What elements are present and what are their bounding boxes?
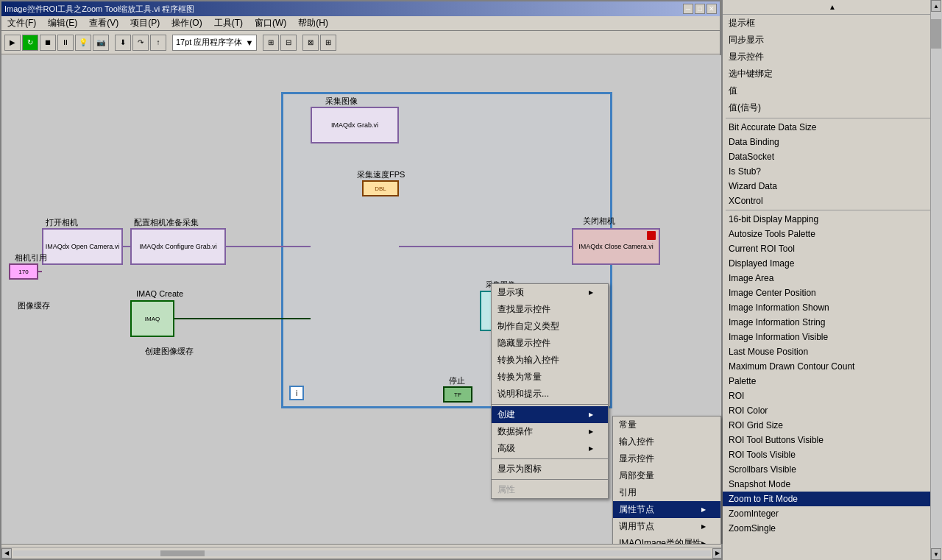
menu-operate[interactable]: 操作(O) xyxy=(169,16,205,30)
sub-create-const[interactable]: 常量 xyxy=(613,417,720,433)
panel-item-roi-tools[interactable]: ROI Tools Visible xyxy=(723,447,942,462)
menu-project[interactable]: 项目(P) xyxy=(127,16,163,30)
menu-file[interactable]: 文件(F) xyxy=(4,16,39,30)
panel-item-data-binding[interactable]: Data Binding ▶ xyxy=(723,135,942,149)
label-fps: 采集速度FPS xyxy=(357,169,405,180)
toolbar-btn-align[interactable]: ⊞ xyxy=(263,35,279,51)
menu-tools[interactable]: 工具(T) xyxy=(211,16,246,30)
scroll-track[interactable] xyxy=(13,550,711,556)
panel-item-wizard-data[interactable]: Wizard Data xyxy=(723,179,942,194)
panel-item-16bit[interactable]: 16-bit Display Mapping xyxy=(723,212,942,227)
panel-item-displayed-image[interactable]: Displayed Image ▶ xyxy=(723,256,942,271)
toolbar-btn-pause[interactable]: ⏸ xyxy=(57,35,74,51)
panel-item-image-info-visible[interactable]: Image Information Visible xyxy=(723,330,942,344)
panel-item-key-binding[interactable]: 选中键绑定 xyxy=(723,65,942,82)
menu-edit[interactable]: 编辑(E) xyxy=(45,16,80,30)
horizontal-scrollbar[interactable]: ◀ ▶ xyxy=(1,547,723,559)
ctx-data-ops[interactable]: 数据操作 ▶ xyxy=(492,423,608,440)
panel-item-current-roi[interactable]: Current ROI Tool xyxy=(723,241,942,256)
panel-item-datasocket[interactable]: DataSocket ▶ xyxy=(723,149,942,164)
sub-create-display[interactable]: 显示控件 xyxy=(613,450,720,467)
panel-item-zoom-fit[interactable]: Zoom to Fit Mode xyxy=(723,492,942,506)
toolbar-btn-cam[interactable]: 📷 xyxy=(93,35,109,51)
panel-item-sync[interactable]: 同步显示 xyxy=(723,32,942,49)
toolbar-btn-run[interactable]: ▶ xyxy=(4,35,21,51)
node-fps[interactable]: DBL xyxy=(362,180,399,196)
panel-item-scrollbars[interactable]: Scrollbars Visible xyxy=(723,462,942,477)
panel-item-zoom-int[interactable]: ZoomInteger xyxy=(723,506,942,521)
sub-create-invoke[interactable]: 调用节点 ▶ xyxy=(613,518,720,535)
panel-item-last-mouse[interactable]: Last Mouse Position ▶ xyxy=(723,344,942,359)
ctx-hide-control[interactable]: 隐藏显示控件 xyxy=(492,335,608,352)
panel-item-zoom-single[interactable]: ZoomSingle xyxy=(723,521,942,536)
toolbar-btn-step-into[interactable]: ⬇ xyxy=(115,35,131,51)
ctx-show-as-icon[interactable]: 显示为图标 xyxy=(492,461,608,478)
window-title: Image控件ROI工具之Zoom Tool缩放工具.vi 程序框图 xyxy=(4,4,194,15)
node-imaq-create[interactable]: IMAQ xyxy=(130,300,174,337)
panel-scroll-up[interactable]: ▲ xyxy=(723,0,942,15)
toolbar-btn-reorder[interactable]: ⊞ xyxy=(320,35,336,51)
panel-item-snapshot[interactable]: Snapshot Mode xyxy=(723,477,942,492)
ctx-advanced[interactable]: 高级 ▶ xyxy=(492,440,608,457)
sub-create-imaq-props[interactable]: IMAQImage类的属性 ▶ xyxy=(613,535,720,544)
sub-create-property[interactable]: 属性节点 ▶ xyxy=(613,501,720,518)
panel-item-display-ctrl[interactable]: 显示控件 xyxy=(723,49,942,65)
panel-item-image-area[interactable]: Image Area xyxy=(723,271,942,286)
ctx-create[interactable]: 创建 ▶ xyxy=(492,406,608,423)
title-bar-buttons: ─ □ ✕ xyxy=(683,4,717,14)
panel-item-image-center[interactable]: Image Center Position xyxy=(723,286,942,300)
panel-item-image-info-shown[interactable]: Image Information Shown xyxy=(723,300,942,315)
panel-item-roi-color[interactable]: ROI Color xyxy=(723,403,942,418)
ctx-convert-const[interactable]: 转换为常量 xyxy=(492,369,608,386)
panel-item-bit-accurate[interactable]: Bit Accurate Data Size xyxy=(723,120,942,135)
ctx-show-items[interactable]: 显示项 ▶ xyxy=(492,284,608,301)
toolbar-btn-step-out[interactable]: ↑ xyxy=(150,35,166,51)
menu-view[interactable]: 查看(V) xyxy=(86,16,121,30)
toolbar-btn-light[interactable]: 💡 xyxy=(75,35,91,51)
node-open-camera[interactable]: IMAQdx Open Camera.vi xyxy=(42,228,123,265)
panel-item-roi-buttons[interactable]: ROI Tool Buttons Visible xyxy=(723,433,942,447)
ctx-description[interactable]: 说明和提示... xyxy=(492,386,608,403)
scroll-thumb-v[interactable] xyxy=(931,19,941,49)
panel-item-hint[interactable]: 提示框 xyxy=(723,15,942,32)
panel-item-max-contour[interactable]: Maximum Drawn Contour Count xyxy=(723,359,942,374)
panel-item-autosize[interactable]: Autosize Tools Palette xyxy=(723,227,942,241)
font-selector[interactable]: 17pt 应用程序字体 ▼ xyxy=(172,35,257,51)
ctx-make-custom[interactable]: 制作自定义类型 xyxy=(492,318,608,335)
scroll-track-v[interactable] xyxy=(931,12,942,548)
scroll-up-btn[interactable]: ▲ xyxy=(931,0,941,12)
scroll-down-btn[interactable]: ▼ xyxy=(931,548,941,560)
node-capture[interactable]: IMAQdx Grab.vi xyxy=(311,107,399,143)
panel-item-image-info-string[interactable]: Image Information String xyxy=(723,315,942,330)
scroll-thumb[interactable] xyxy=(160,550,205,556)
ctx-convert-input[interactable]: 转换为输入控件 xyxy=(492,352,608,369)
scroll-left[interactable]: ◀ xyxy=(1,548,12,559)
node-config-camera[interactable]: IMAQdx Configure Grab.vi xyxy=(130,228,226,265)
panel-item-roi[interactable]: ROI xyxy=(723,389,942,403)
sub-create-local[interactable]: 局部变量 xyxy=(613,467,720,484)
toolbar-btn-resize[interactable]: ⊠ xyxy=(302,35,319,51)
panel-item-xcontrol[interactable]: XControl ▶ xyxy=(723,194,942,208)
menu-window[interactable]: 窗口(W) xyxy=(252,16,289,30)
panel-item-roi-grid[interactable]: ROI Grid Size ▶ xyxy=(723,418,942,433)
panel-scrollbar[interactable]: ▲ ▼ xyxy=(930,0,942,560)
toolbar-btn-distribute[interactable]: ⊟ xyxy=(280,35,297,51)
panel-item-value-signal[interactable]: 值(信号) xyxy=(723,99,942,116)
ctx-find-control[interactable]: 查找显示控件 xyxy=(492,301,608,318)
maximize-button[interactable]: □ xyxy=(695,4,705,14)
panel-item-value[interactable]: 值 xyxy=(723,82,942,99)
minimize-button[interactable]: ─ xyxy=(683,4,693,14)
sub-create-input[interactable]: 输入控件 xyxy=(613,433,720,450)
toolbar-btn-run-cont[interactable]: ↻ xyxy=(22,35,38,51)
status-bar: shixinhua.com ◀ ▶ xyxy=(1,544,723,559)
panel-item-is-stub[interactable]: Is Stub? xyxy=(723,164,942,179)
node-stop[interactable]: TF xyxy=(443,386,472,403)
sub-create-ref[interactable]: 引用 xyxy=(613,484,720,501)
node-close-camera[interactable]: IMAQdx Close Camera.vi xyxy=(572,228,660,265)
panel-item-palette[interactable]: Palette ▶ xyxy=(723,374,942,389)
menu-help[interactable]: 帮助(H) xyxy=(295,16,331,30)
close-button[interactable]: ✕ xyxy=(706,4,717,14)
toolbar-btn-step-over[interactable]: ↷ xyxy=(132,35,149,51)
node-camera-ref[interactable]: 170 xyxy=(9,263,38,280)
toolbar-btn-abort[interactable]: ⏹ xyxy=(40,35,56,51)
